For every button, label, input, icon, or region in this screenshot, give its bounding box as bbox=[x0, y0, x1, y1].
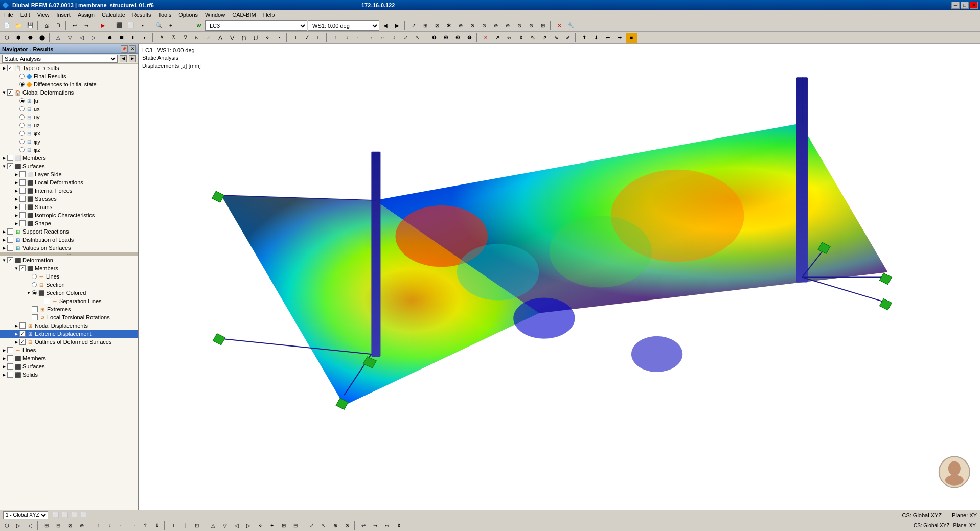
menu-assign[interactable]: Assign bbox=[75, 11, 98, 18]
menu-options[interactable]: Options bbox=[175, 11, 201, 18]
t6[interactable]: ⊗ bbox=[467, 20, 478, 31]
r48[interactable]: ⬇ bbox=[590, 33, 602, 43]
cb-layer[interactable] bbox=[19, 171, 26, 177]
layer-side-item[interactable]: ▶ ⬜ Layer Side bbox=[0, 170, 138, 178]
menu-file[interactable]: File bbox=[1, 11, 16, 18]
bt10[interactable]: ← bbox=[116, 521, 127, 531]
redo-btn[interactable]: ↪ bbox=[81, 20, 92, 31]
r38[interactable]: ❹ bbox=[464, 33, 475, 43]
expand-def-members[interactable]: ▼ bbox=[13, 265, 19, 271]
menu-cadbim[interactable]: CAD-BIM bbox=[229, 11, 259, 18]
members2-item[interactable]: ▶ ⬛ Members bbox=[0, 354, 138, 362]
sb2[interactable]: ⬜ bbox=[60, 511, 70, 519]
cb-stress[interactable] bbox=[19, 196, 26, 202]
bt23[interactable]: ⊞ bbox=[278, 521, 289, 531]
radio-def-lines[interactable] bbox=[32, 274, 37, 279]
lines2-item[interactable]: ▶ ─ Lines bbox=[0, 346, 138, 354]
cb-solids[interactable] bbox=[7, 372, 13, 378]
t9[interactable]: ⊛ bbox=[502, 20, 513, 31]
cb-distload[interactable] bbox=[7, 237, 13, 243]
menu-results[interactable]: Results bbox=[129, 11, 154, 18]
bt5[interactable]: ⊟ bbox=[53, 521, 64, 531]
r11[interactable]: ⏸ bbox=[128, 33, 139, 43]
expand-nodal-disp[interactable]: ▶ bbox=[13, 322, 19, 329]
cb-deformation[interactable] bbox=[7, 257, 13, 263]
viewport[interactable]: LC3 - WS1: 0.00 deg Static Analysis Disp… bbox=[139, 44, 980, 530]
t13[interactable]: ✕ bbox=[554, 20, 565, 31]
expand-diff[interactable] bbox=[13, 81, 19, 87]
strains-item[interactable]: ▶ ⬛ Strains bbox=[0, 203, 138, 211]
deformation-item[interactable]: ▼ ⬛ Deformation bbox=[0, 256, 138, 264]
nav-resize-handle[interactable]: ⋯ bbox=[0, 252, 138, 256]
bt20[interactable]: ▷ bbox=[243, 521, 254, 531]
bt29[interactable]: ↩ bbox=[358, 521, 369, 531]
bt30[interactable]: ↪ bbox=[370, 521, 381, 531]
r45[interactable]: ⇘ bbox=[551, 33, 562, 43]
t12[interactable]: ⊞ bbox=[537, 20, 549, 31]
expand-support[interactable]: ▶ bbox=[1, 228, 7, 235]
print-btn[interactable]: 🖨 bbox=[41, 20, 52, 31]
expand-valsurf[interactable]: ▶ bbox=[1, 245, 7, 251]
r1[interactable]: ⬡ bbox=[1, 33, 12, 43]
open-btn[interactable]: 📁 bbox=[13, 20, 24, 31]
zoom-btn[interactable]: 🔍 bbox=[153, 20, 165, 31]
zoom-in-btn[interactable]: + bbox=[165, 20, 176, 31]
expand-intforces[interactable]: ▶ bbox=[13, 188, 19, 194]
expand-surfaces2[interactable]: ▶ bbox=[1, 363, 7, 370]
lc-select[interactable]: LC3 bbox=[205, 20, 307, 31]
def-section-item[interactable]: ⊟ Section bbox=[0, 281, 138, 289]
menu-window[interactable]: Window bbox=[202, 11, 228, 18]
calc-btn[interactable]: ▶ bbox=[97, 20, 108, 31]
members-item[interactable]: ▶ ⬜ Members bbox=[0, 154, 138, 162]
cb-extreme-disp[interactable] bbox=[19, 331, 26, 337]
print-prev-btn[interactable]: 🗒 bbox=[53, 20, 64, 31]
expand-iso[interactable]: ▶ bbox=[13, 212, 19, 218]
radio-diff[interactable] bbox=[19, 82, 25, 87]
expand-members[interactable]: ▶ bbox=[1, 155, 7, 161]
expand-outlines[interactable]: ▶ bbox=[13, 339, 19, 345]
r21[interactable]: ⋃ bbox=[250, 33, 261, 43]
phiy-item[interactable]: ⊟ φy bbox=[0, 137, 138, 146]
nav-fwd-btn[interactable]: ▶ bbox=[129, 55, 136, 62]
r25[interactable]: ∠ bbox=[302, 33, 313, 43]
t2[interactable]: ⊞ bbox=[420, 20, 431, 31]
bt22[interactable]: ✦ bbox=[266, 521, 278, 531]
ux-item[interactable]: ⊟ ux bbox=[0, 105, 138, 113]
r50[interactable]: ➡ bbox=[614, 33, 625, 43]
t5[interactable]: ⊕ bbox=[455, 20, 466, 31]
sb4[interactable]: ⬜ bbox=[79, 511, 88, 519]
expand-layer[interactable]: ▶ bbox=[13, 171, 19, 177]
r30[interactable]: → bbox=[365, 33, 376, 43]
r23[interactable]: ⋅ bbox=[274, 33, 285, 43]
analysis-select[interactable]: Static Analysis bbox=[2, 55, 118, 63]
expand-surfaces[interactable]: ▼ bbox=[1, 163, 7, 169]
cb-strains[interactable] bbox=[19, 204, 26, 210]
expand-extreme-disp[interactable]: ▶ bbox=[13, 331, 19, 337]
r47[interactable]: ⬆ bbox=[579, 33, 590, 43]
cb-gdef[interactable] bbox=[7, 89, 13, 96]
r17[interactable]: ⊿ bbox=[203, 33, 214, 43]
separation-lines-item[interactable]: ─ Separation Lines bbox=[0, 297, 138, 305]
local-def-item[interactable]: ▶ ⬛ Local Deformations bbox=[0, 178, 138, 187]
cb-surfaces[interactable] bbox=[7, 163, 13, 169]
solids-item[interactable]: ▶ ⬛ Solids bbox=[0, 371, 138, 379]
stresses-item[interactable]: ▶ ⬛ Stresses bbox=[0, 195, 138, 203]
close-button[interactable]: ✕ bbox=[970, 2, 978, 9]
cb-surfaces2[interactable] bbox=[7, 363, 13, 370]
surfaces-item[interactable]: ▼ ⬛ Surfaces bbox=[0, 162, 138, 170]
bt4[interactable]: ⊞ bbox=[41, 521, 52, 531]
bt8[interactable]: ↑ bbox=[93, 521, 104, 531]
view1-btn[interactable]: ⬛ bbox=[113, 20, 125, 31]
nav-prev-btn[interactable]: ◀ bbox=[380, 20, 391, 31]
zoom-out-btn[interactable]: - bbox=[177, 20, 188, 31]
cb-sep-lines[interactable] bbox=[44, 298, 50, 304]
expand-members2[interactable]: ▶ bbox=[1, 355, 7, 361]
t11[interactable]: ⊝ bbox=[526, 20, 537, 31]
cb-iso[interactable] bbox=[19, 212, 26, 218]
undo-btn[interactable]: ↩ bbox=[69, 20, 80, 31]
u-abs-item[interactable]: ⊞ |u| bbox=[0, 97, 138, 105]
nav-pin-btn[interactable]: 📌 bbox=[121, 45, 128, 53]
cb-localdef[interactable] bbox=[19, 179, 26, 186]
view3-btn[interactable]: ▪ bbox=[137, 20, 148, 31]
bt7[interactable]: ⊕ bbox=[76, 521, 87, 531]
